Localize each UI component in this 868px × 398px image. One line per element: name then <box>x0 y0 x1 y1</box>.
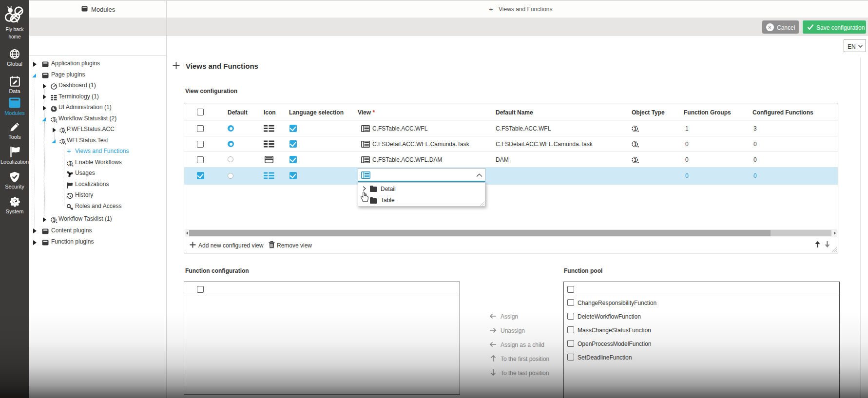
svg-text:1: 1 <box>634 126 637 132</box>
svg-text:1: 1 <box>634 157 637 163</box>
svg-text:1: 1 <box>634 141 637 147</box>
